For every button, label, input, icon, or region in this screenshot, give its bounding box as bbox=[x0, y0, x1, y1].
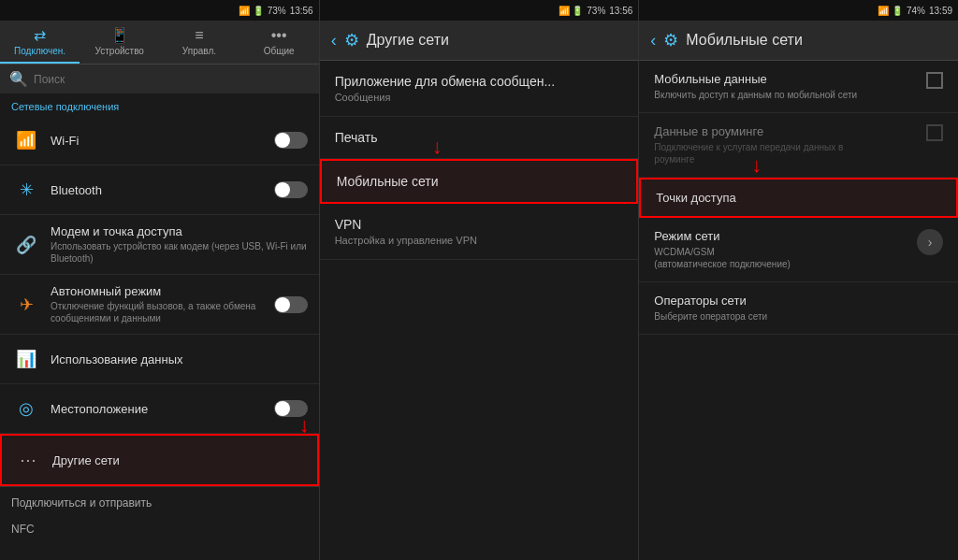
location-title: Местоположение bbox=[51, 402, 274, 416]
menu-item-messages[interactable]: Приложение для обмена сообщен... Сообщен… bbox=[320, 61, 639, 117]
location-icon: ◎ bbox=[11, 394, 41, 424]
back-button-2[interactable]: ‹ bbox=[331, 31, 337, 50]
mobiledata-title: Мобильные данные bbox=[654, 72, 857, 86]
modem-subtitle: Использовать устройство как модем (через… bbox=[51, 240, 308, 265]
location-toggle-knob bbox=[275, 401, 290, 416]
wifi-toggle[interactable] bbox=[274, 132, 308, 149]
othernets-title: Другие сети bbox=[52, 453, 306, 467]
gear-icon-2: ⚙ bbox=[344, 30, 359, 50]
status-bar-1: 📶 🔋 73% 13:56 bbox=[0, 0, 319, 21]
menu-item-mobilenets[interactable]: Мобильные сети bbox=[320, 159, 639, 204]
annotation-arrow-1: ↓ bbox=[299, 413, 310, 438]
settings-item-airplane[interactable]: ✈ Автономный режим Отключение функций вы… bbox=[0, 275, 319, 335]
annotation-arrow-2: ↓ bbox=[432, 135, 443, 159]
roaming-title: Данные в роуминге bbox=[654, 124, 878, 138]
tab-bar: ⇄ Подключен. 📱 Устройство ≡ Управл. ••• … bbox=[0, 21, 319, 65]
status-battery-1: 73% bbox=[268, 6, 286, 16]
tab-device[interactable]: 📱 Устройство bbox=[80, 21, 159, 64]
status-time-1: 13:56 bbox=[290, 6, 313, 16]
p3-item-mobiledata[interactable]: Мобильные данные Включить доступ к данны… bbox=[639, 61, 958, 113]
print-title: Печать bbox=[335, 130, 624, 145]
back-button-3[interactable]: ‹ bbox=[650, 31, 656, 50]
modem-title: Модем и точка доступа bbox=[51, 224, 308, 238]
vpn-sub: Настройка и управление VPN bbox=[335, 235, 624, 246]
nfc-label: NFC bbox=[0, 519, 319, 539]
settings-item-modem[interactable]: 🔗 Модем и точка доступа Использовать уст… bbox=[0, 215, 319, 275]
bluetooth-icon: ✳ bbox=[11, 175, 41, 205]
operators-sub: Выберите оператора сети bbox=[654, 310, 767, 323]
datausage-title: Использование данных bbox=[51, 352, 308, 366]
search-bar: 🔍 bbox=[0, 65, 319, 93]
wifi-toggle-knob bbox=[275, 133, 290, 148]
section-header-networks: Сетевые подключения bbox=[0, 93, 319, 116]
tab-general-label: Общие bbox=[264, 46, 295, 56]
datausage-icon: 📊 bbox=[11, 344, 41, 374]
roaming-checkbox[interactable] bbox=[926, 124, 943, 141]
wifi-icon: 📶 bbox=[11, 125, 41, 155]
tab-connections-icon: ⇄ bbox=[34, 26, 46, 44]
tab-controls-icon: ≡ bbox=[195, 27, 203, 44]
nav-title-3: Мобильные сети bbox=[686, 32, 803, 49]
networkmode-arrow: › bbox=[917, 229, 943, 255]
p3-item-operators[interactable]: Операторы сети Выберите оператора сети bbox=[639, 282, 958, 335]
panel-connections: 📶 🔋 73% 13:56 ⇄ Подключен. 📱 Устройство … bbox=[0, 0, 320, 560]
tab-general[interactable]: ••• Общие bbox=[240, 21, 319, 64]
status-time-3: 13:59 bbox=[929, 6, 952, 16]
p3-item-roaming[interactable]: Данные в роуминге Подключение к услугам … bbox=[639, 113, 958, 178]
panel-mobilenets: 📶 🔋 74% 13:59 ‹ ⚙ Мобильные сети Мобильн… bbox=[639, 0, 958, 560]
status-icons-3: 📶 🔋 bbox=[878, 6, 903, 16]
mobiledata-checkbox[interactable] bbox=[926, 72, 943, 89]
tab-controls-label: Управл. bbox=[182, 46, 216, 56]
wifi-title: Wi-Fi bbox=[51, 134, 274, 148]
airplane-toggle-knob bbox=[275, 297, 290, 312]
settings-item-othernets[interactable]: ⋯ Другие сети ↓ bbox=[0, 434, 319, 486]
tab-device-icon: 📱 bbox=[110, 26, 129, 44]
status-battery-3: 74% bbox=[907, 6, 925, 16]
nav-header-2: ‹ ⚙ Другие сети bbox=[320, 21, 639, 61]
mobilenets-title: Мобильные сети bbox=[337, 174, 622, 189]
othernets-icon: ⋯ bbox=[13, 445, 43, 475]
bluetooth-toggle-knob bbox=[275, 182, 290, 197]
panel-othernets: 📶 🔋 73% 13:56 ‹ ⚙ Другие сети Приложение… bbox=[320, 0, 640, 560]
nav-title-2: Другие сети bbox=[367, 32, 449, 49]
p3-item-apn[interactable]: Точки доступа bbox=[639, 178, 958, 218]
messages-title: Приложение для обмена сообщен... bbox=[335, 74, 624, 89]
status-bar-2: 📶 🔋 73% 13:56 bbox=[320, 0, 639, 21]
mobiledata-sub: Включить доступ к данным по мобильной се… bbox=[654, 89, 857, 101]
status-icons-2: 📶 🔋 bbox=[559, 6, 584, 16]
tab-device-label: Устройство bbox=[95, 46, 144, 56]
tab-connections[interactable]: ⇄ Подключен. bbox=[0, 21, 80, 64]
bluetooth-toggle[interactable] bbox=[274, 181, 308, 198]
menu-item-vpn[interactable]: VPN Настройка и управление VPN bbox=[320, 204, 639, 260]
modem-icon: 🔗 bbox=[11, 230, 41, 260]
vpn-title: VPN bbox=[335, 217, 624, 232]
status-battery-2: 73% bbox=[587, 6, 605, 16]
operators-title: Операторы сети bbox=[654, 294, 767, 308]
panel-footer-1: Подключиться и отправить bbox=[0, 486, 319, 519]
gear-icon-3: ⚙ bbox=[663, 30, 678, 50]
settings-item-wifi[interactable]: 📶 Wi-Fi bbox=[0, 116, 319, 165]
apn-title: Точки доступа bbox=[656, 191, 735, 205]
networkmode-title: Режим сети bbox=[654, 229, 791, 243]
tab-connections-label: Подключен. bbox=[14, 46, 65, 56]
messages-sub: Сообщения bbox=[335, 92, 624, 103]
networkmode-sub: WCDMA/GSM(автоматическое подключение) bbox=[654, 246, 791, 270]
airplane-icon: ✈ bbox=[11, 290, 41, 320]
settings-item-bluetooth[interactable]: ✳ Bluetooth bbox=[0, 165, 319, 215]
status-time-2: 13:56 bbox=[609, 6, 632, 16]
airplane-toggle[interactable] bbox=[274, 296, 308, 313]
settings-item-datausage[interactable]: 📊 Использование данных bbox=[0, 335, 319, 384]
menu-item-print[interactable]: Печать bbox=[320, 117, 639, 159]
p3-item-networkmode[interactable]: Режим сети WCDMA/GSM(автоматическое подк… bbox=[639, 218, 958, 282]
status-bar-3: 📶 🔋 74% 13:59 bbox=[639, 0, 958, 21]
tab-general-icon: ••• bbox=[271, 27, 287, 44]
search-input[interactable] bbox=[34, 73, 310, 86]
bluetooth-title: Bluetooth bbox=[51, 183, 274, 197]
status-icons-1: 📶 🔋 bbox=[239, 6, 264, 16]
nav-header-3: ‹ ⚙ Мобильные сети bbox=[639, 21, 958, 61]
search-icon: 🔍 bbox=[9, 70, 28, 88]
settings-item-location[interactable]: ◎ Местоположение bbox=[0, 384, 319, 434]
tab-controls[interactable]: ≡ Управл. bbox=[159, 21, 239, 64]
roaming-sub: Подключение к услугам передачи данных в … bbox=[654, 141, 878, 165]
airplane-title: Автономный режим bbox=[51, 284, 274, 298]
